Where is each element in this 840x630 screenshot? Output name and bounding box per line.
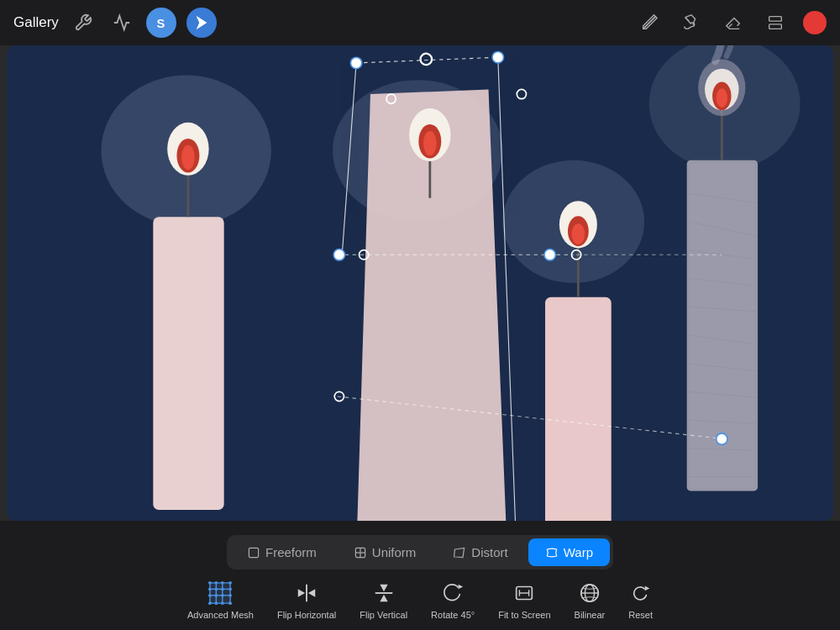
arrow-icon	[192, 13, 211, 32]
svg-point-81	[221, 587, 224, 591]
distort-icon	[453, 546, 466, 559]
bottom-tools: Advanced Mesh Flip Horizontal Flip Verti…	[187, 581, 653, 620]
canvas-background[interactable]	[7, 45, 833, 521]
svg-point-83	[208, 594, 212, 597]
fit-to-screen-button[interactable]: Fit to Screen	[498, 581, 550, 620]
flip-horizontal-button[interactable]: Flip Horizontal	[277, 581, 336, 620]
reset-label: Reset	[628, 610, 653, 620]
layers-icon	[766, 13, 785, 32]
warp-tab[interactable]: Warp	[528, 538, 610, 566]
eraser-tool-button[interactable]	[719, 8, 748, 37]
warp-icon	[545, 546, 559, 559]
brush-icon	[682, 13, 701, 32]
eraser-icon	[724, 13, 743, 32]
toolbar-right	[635, 8, 827, 37]
flip-horizontal-icon	[295, 581, 318, 605]
svg-point-85	[221, 594, 224, 597]
rotate-45-icon	[441, 581, 465, 605]
svg-point-86	[229, 594, 233, 597]
advanced-mesh-button[interactable]: Advanced Mesh	[187, 581, 254, 620]
advanced-mesh-label: Advanced Mesh	[187, 610, 254, 620]
arrow-tool-button[interactable]	[186, 8, 217, 38]
magic-icon-button[interactable]	[108, 8, 136, 37]
uniform-tab[interactable]: Uniform	[337, 538, 433, 566]
svg-point-78	[229, 581, 233, 585]
magic-icon	[113, 13, 131, 32]
svg-rect-64	[249, 548, 258, 557]
svg-point-80	[215, 587, 218, 591]
svg-marker-97	[459, 585, 464, 590]
rotate-45-label: Rotate 45°	[431, 610, 475, 620]
bilinear-icon	[578, 581, 601, 605]
svg-point-53	[333, 249, 344, 260]
wrench-icon-button[interactable]	[69, 8, 97, 37]
candle-scene	[7, 45, 833, 521]
svg-point-84	[215, 594, 218, 597]
svg-marker-92	[298, 589, 305, 596]
svg-point-90	[229, 601, 233, 605]
svg-point-14	[181, 145, 195, 170]
svg-marker-105	[644, 586, 649, 591]
flip-vertical-button[interactable]: Flip Vertical	[360, 581, 407, 620]
bilinear-button[interactable]: Bilinear	[575, 581, 606, 620]
advanced-mesh-icon	[208, 581, 232, 605]
svg-line-2	[643, 17, 656, 29]
brush-tool-button[interactable]	[677, 8, 706, 37]
svg-point-19	[423, 131, 437, 155]
distort-tab[interactable]: Distort	[436, 538, 524, 566]
svg-point-75	[208, 581, 212, 585]
svg-point-88	[215, 601, 218, 605]
svg-rect-10	[153, 217, 223, 510]
bottom-area: Freeform Uniform Distort Warp	[0, 521, 840, 630]
svg-point-79	[208, 587, 212, 591]
svg-point-82	[229, 587, 233, 591]
wrench-icon	[74, 13, 92, 32]
svg-point-87	[208, 601, 212, 605]
s-tool-button[interactable]: S	[146, 8, 176, 38]
canvas-area	[7, 45, 833, 521]
flip-horizontal-label: Flip Horizontal	[277, 610, 336, 620]
svg-point-48	[350, 57, 361, 68]
svg-rect-69	[210, 583, 230, 603]
gallery-button[interactable]: Gallery	[13, 14, 59, 31]
layers-button[interactable]	[761, 8, 790, 37]
svg-marker-68	[454, 548, 465, 557]
flip-vertical-icon	[372, 581, 396, 605]
flip-vertical-label: Flip Vertical	[360, 610, 407, 620]
svg-point-77	[221, 581, 224, 585]
svg-marker-95	[380, 585, 387, 591]
svg-point-62	[717, 433, 727, 444]
s-icon: S	[152, 13, 171, 32]
pencil-icon	[640, 13, 659, 32]
reset-button[interactable]: Reset	[628, 581, 653, 620]
uniform-icon	[354, 546, 367, 559]
freeform-icon	[247, 546, 260, 559]
svg-rect-3	[769, 17, 782, 22]
freeform-tab[interactable]: Freeform	[230, 538, 333, 566]
rotate-45-button[interactable]: Rotate 45°	[431, 581, 475, 620]
svg-point-50	[492, 51, 503, 62]
svg-point-42	[717, 88, 727, 107]
svg-rect-4	[769, 24, 782, 29]
fit-to-screen-label: Fit to Screen	[498, 610, 550, 620]
svg-text:S: S	[156, 17, 165, 30]
svg-point-24	[571, 223, 585, 244]
svg-marker-1	[196, 16, 207, 30]
svg-point-76	[215, 581, 218, 585]
fit-to-screen-icon	[512, 581, 536, 605]
transform-tabs: Freeform Uniform Distort Warp	[227, 535, 613, 570]
top-toolbar: Gallery S	[0, 0, 840, 45]
bilinear-label: Bilinear	[575, 610, 606, 620]
reset-icon	[629, 581, 653, 605]
svg-marker-96	[380, 595, 387, 601]
toolbar-left: Gallery S	[13, 8, 217, 38]
svg-point-55	[544, 249, 555, 260]
color-swatch[interactable]	[803, 11, 827, 34]
pencil-tool-button[interactable]	[635, 8, 664, 37]
svg-rect-20	[545, 297, 612, 521]
svg-point-89	[221, 601, 224, 605]
svg-marker-93	[308, 589, 315, 596]
